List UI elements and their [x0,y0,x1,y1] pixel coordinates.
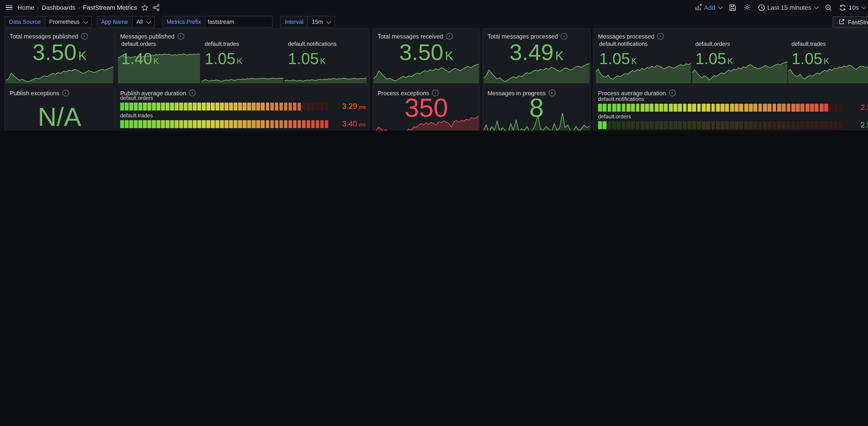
breadcrumb-current: FastStream Metrics [83,4,137,11]
zoom-out-icon[interactable] [825,4,832,11]
bar-gauge [598,121,842,129]
add-button[interactable]: Add [695,4,722,11]
panel-publish-average-duration: Publish average durationi default.orders… [115,85,370,130]
interval-variable: Interval 15m [280,16,335,28]
star-icon[interactable] [141,4,148,11]
data-source-label: Data Source [4,16,44,28]
gauge-value: 3.29ms [333,102,366,111]
substat: default.orders 1.05K [692,37,788,84]
gauge-label: default.trades [120,112,366,119]
breadcrumb-separator-icon: › [37,4,39,10]
substat-name: default.notifications [599,41,648,47]
info-icon[interactable]: i [189,89,196,96]
panel-title[interactable]: Messages processedi [593,29,868,41]
interval-select[interactable]: 15m [307,16,335,28]
share-icon[interactable] [152,4,159,11]
panel-title[interactable]: Total messages publishedi [5,29,114,41]
stat-value: 3.49K [509,40,564,65]
metrics-prefix-label: Metrics Prefix [162,16,205,28]
substat-group: default.orders 1.40Kdefault.trades 1.05K… [118,37,368,84]
time-range-picker[interactable]: Last 15 minutes [757,4,818,11]
gauge-value: 3.40ms [333,120,366,128]
panel-title[interactable]: Messages in progressi [483,86,590,97]
nav-actions: Add Last 15 minutes 10s [695,3,868,11]
substat: default.notifications 1.05K [284,37,368,84]
bar-gauge-row: default.orders2.54s [598,113,868,129]
substat-name: default.orders [121,41,156,47]
panel-title[interactable]: Publish average durationi [116,86,369,97]
info-icon[interactable]: i [549,89,555,96]
gauge-label: default.orders [598,113,868,120]
save-dashboard-icon[interactable] [729,4,736,11]
breadcrumb-home[interactable]: Home [18,4,34,11]
info-icon[interactable]: i [62,89,69,96]
app-name-variable: App Name All [97,16,155,28]
substat-name: default.trades [205,41,239,47]
breadcrumb-dashboards[interactable]: Dashboards [42,4,75,11]
bar-gauge-row: default.trades3.40ms [120,112,366,128]
stat-value: 3.50K [32,40,87,65]
panel-messages-published: Messages publishedi default.orders 1.40K… [115,28,370,84]
substat-value: 1.05K [288,50,326,68]
faststream-link-button[interactable]: FastStream [833,16,868,27]
substat-value: 1.40K [121,50,159,68]
data-source-select[interactable]: Prometheus [44,16,92,28]
gauge-value: 2.54s [847,121,868,129]
metrics-prefix-variable: Metrics Prefix [162,16,273,28]
panel-title[interactable]: Total messages receivedi [373,29,479,41]
panel-title[interactable]: Messages publishedi [116,29,369,41]
bar-gauge [598,103,842,112]
stat-value: N/A [38,101,81,130]
bar-gauge [120,120,328,128]
bar-gauge [120,102,328,110]
substat-value: 1.05K [599,50,637,68]
panel-title[interactable]: Process average durationi [593,86,868,97]
metrics-prefix-input-wrap [205,16,273,28]
bar-gauge-group: default.orders3.29msdefault.trades3.40ms… [120,94,366,130]
substat-name: default.trades [792,41,826,47]
panel-title[interactable]: Process exceptionsi [373,86,479,97]
substat-value: 1.05K [695,50,733,68]
info-icon[interactable]: i [446,33,453,39]
panel-publish-exceptions: Publish exceptionsi N/A [4,85,115,130]
panel-total-messages-received: Total messages receivedi 3.50K [372,28,480,84]
substat-name: default.notifications [288,41,337,47]
substat-group: default.notifications 1.05Kdefault.order… [596,37,868,84]
panel-messages-in-progress: Messages in progressi 8 [483,85,591,130]
panel-total-messages-published: Total messages publishedi 3.50K [4,28,115,84]
panel-title[interactable]: Publish exceptionsi [5,86,114,97]
sparkline [201,75,283,83]
substat-value: 1.05K [205,50,243,68]
app-name-select[interactable]: All [132,16,155,28]
grafana-dashboard: Home › Dashboards › FastStream Metrics A… [0,0,868,130]
panel-messages-processed: Messages processedi default.notification… [593,28,868,84]
substat: default.trades 1.05K [201,37,284,84]
sparkline [284,75,367,83]
info-icon[interactable]: i [177,33,184,39]
panel-title[interactable]: Total messages processedi [483,29,590,41]
menu-icon[interactable] [4,4,13,11]
refresh-button[interactable]: 10s [839,4,866,11]
breadcrumb-separator-icon: › [78,4,80,10]
panel-process-exceptions: Process exceptionsi 350 [372,85,480,130]
top-nav: Home › Dashboards › FastStream Metrics A… [0,0,868,15]
bar-gauge-row: default.notifications2.67ms [120,130,366,130]
metrics-prefix-input[interactable] [208,19,270,25]
substat: default.orders 1.40K [118,37,201,84]
interval-label: Interval [280,16,307,28]
substat-value: 1.05K [792,50,829,68]
substat: default.notifications 1.05K [596,37,692,84]
substat-name: default.orders [695,41,730,47]
panel-process-average-duration: Process average durationi default.notifi… [593,85,868,130]
info-icon[interactable]: i [669,89,676,96]
gauge-label: default.notifications [120,130,366,130]
gauge-value: 2.58s [847,103,868,112]
panel-total-messages-processed: Total messages processedi 3.49K [483,28,591,84]
dashboard-variables: Data Source Prometheus App Name All Metr… [4,16,868,28]
settings-gear-icon[interactable] [743,3,751,11]
info-icon[interactable]: i [657,33,664,39]
info-icon[interactable]: i [561,33,567,39]
info-icon[interactable]: i [432,89,439,96]
data-source-variable: Data Source Prometheus [4,16,92,28]
info-icon[interactable]: i [81,33,88,39]
